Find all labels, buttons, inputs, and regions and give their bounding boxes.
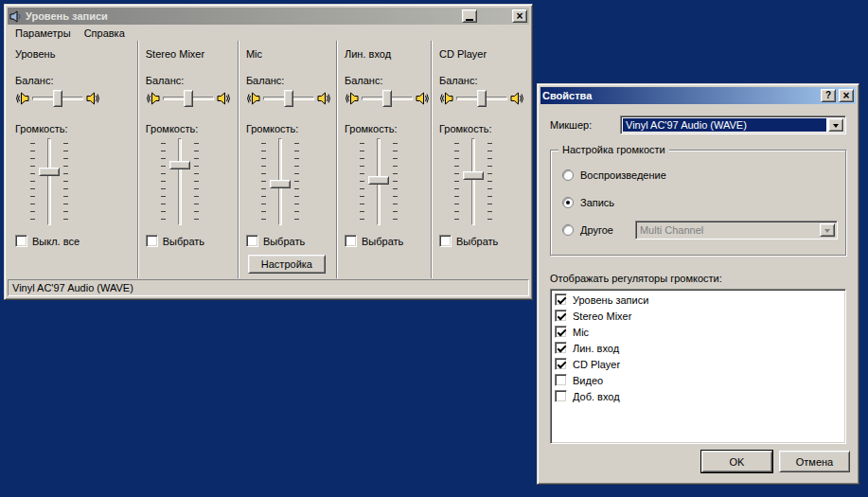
select-checkbox-row[interactable]: Выбрать	[439, 235, 524, 247]
checkbox-label: Выкл. все	[32, 236, 80, 247]
other-combobox: Multi Channel	[635, 221, 838, 240]
checkbox[interactable]	[146, 235, 158, 247]
desktop: { "colors": { "desktop_bg": "#0A2A6A", "…	[0, 0, 868, 497]
list-item-label: Mic	[573, 327, 589, 338]
mute-all-checkbox-row[interactable]: Выкл. все	[15, 235, 133, 247]
settings-button[interactable]: Настройка	[248, 255, 326, 274]
balance-slider[interactable]	[362, 90, 413, 107]
balance-slider-thumb[interactable]	[382, 90, 392, 107]
channel-mic: Mic Баланс: Громкость: Выбрать	[239, 41, 337, 278]
radio-button[interactable]	[562, 169, 574, 181]
speaker-left-icon	[246, 92, 260, 105]
ok-button[interactable]: OK	[701, 451, 772, 472]
checkbox[interactable]	[555, 342, 567, 354]
radio-label: Запись	[580, 197, 614, 208]
tick-marks	[63, 143, 68, 222]
volume-slider-thumb[interactable]	[39, 168, 60, 176]
tick-marks	[393, 143, 398, 222]
volume-slider-thumb[interactable]	[270, 180, 291, 188]
volume-slider-track	[47, 138, 51, 225]
close-button[interactable]: ×	[839, 89, 854, 102]
checkbox[interactable]	[345, 235, 357, 247]
balance-label: Баланс:	[345, 75, 426, 86]
status-bar: Vinyl AC'97 Audio (WAVE)	[8, 279, 529, 296]
volume-slider-thumb[interactable]	[169, 161, 190, 169]
close-icon: ×	[842, 90, 849, 101]
volume-slider[interactable]	[28, 138, 70, 225]
help-button[interactable]: ?	[821, 89, 836, 102]
volume-slider[interactable]	[259, 138, 301, 225]
checkbox[interactable]	[439, 235, 452, 247]
tick-marks	[161, 143, 166, 222]
checkbox[interactable]	[555, 358, 567, 370]
radio-row-other[interactable]: Другое Multi Channel	[562, 222, 838, 238]
radio-label: Другое	[580, 224, 613, 236]
channel-title: CD Player	[439, 48, 524, 60]
other-combobox-dropdown-button	[820, 223, 835, 237]
select-checkbox-row[interactable]: Выбрать	[146, 235, 233, 247]
checkbox[interactable]	[555, 310, 567, 322]
checkbox[interactable]	[555, 390, 567, 402]
checkbox[interactable]	[246, 235, 258, 247]
balance-slider[interactable]	[456, 90, 507, 107]
minimize-button[interactable]	[462, 9, 477, 23]
radio-button[interactable]	[562, 224, 574, 236]
volume-slider-thumb[interactable]	[463, 171, 484, 180]
volume-slider[interactable]	[159, 138, 201, 225]
volume-label: Громкость:	[345, 123, 426, 134]
mixer-combobox-dropdown-button[interactable]	[828, 118, 843, 132]
checkbox[interactable]	[555, 374, 567, 386]
checkbox[interactable]	[555, 293, 567, 306]
channel-line-in: Лин. вход Баланс: Громкость: Выбрать	[337, 41, 432, 278]
balance-slider-thumb[interactable]	[53, 90, 62, 107]
list-item[interactable]: Доб. вход	[553, 388, 843, 404]
volume-controls-listbox[interactable]: Уровень записи Stereo Mixer Mic Лин. вхо…	[550, 289, 846, 444]
select-checkbox-row[interactable]: Выбрать	[345, 235, 426, 247]
list-item[interactable]: Лин. вход	[553, 340, 843, 356]
balance-slider-thumb[interactable]	[184, 90, 193, 107]
mixer-label: Микшер:	[550, 119, 620, 131]
select-checkbox-row[interactable]: Выбрать	[246, 235, 331, 247]
checkbox[interactable]	[15, 235, 27, 247]
menu-options[interactable]: Параметры	[9, 26, 78, 41]
list-item[interactable]: CD Player	[553, 356, 843, 372]
balance-label: Баланс:	[439, 75, 524, 86]
list-item[interactable]: Stereo Mixer	[553, 308, 843, 324]
volume-slider[interactable]	[358, 138, 399, 225]
volume-label: Громкость:	[15, 123, 133, 134]
balance-slider[interactable]	[163, 90, 214, 107]
volume-label: Громкость:	[439, 123, 524, 134]
balance-slider[interactable]	[263, 90, 314, 107]
list-item[interactable]: Уровень записи	[553, 292, 843, 308]
cancel-button[interactable]: Отмена	[779, 451, 850, 472]
close-button[interactable]: ×	[512, 9, 527, 23]
balance-slider-thumb[interactable]	[284, 90, 293, 107]
speaker-right-icon	[317, 92, 331, 105]
checkbox[interactable]	[555, 326, 567, 338]
radio-row-recording[interactable]: Запись	[562, 195, 838, 210]
titlebar[interactable]: Свойства ? ×	[540, 87, 856, 104]
checkbox-label: Выбрать	[456, 236, 498, 247]
list-item-label: Доб. вход	[573, 391, 620, 402]
menu-help[interactable]: Справка	[78, 26, 132, 41]
radio-row-playback[interactable]: Воспроизведение	[562, 168, 838, 183]
list-item[interactable]: Видео	[553, 372, 843, 388]
radio-button[interactable]	[562, 197, 574, 208]
balance-label: Баланс:	[146, 75, 233, 86]
speaker-left-icon	[345, 92, 359, 105]
list-item-label: Уровень записи	[573, 294, 648, 306]
speaker-left-icon	[439, 92, 453, 105]
speaker-left-icon	[15, 92, 29, 105]
volume-slider[interactable]	[452, 138, 494, 225]
list-label: Отображать регуляторы громкости:	[550, 273, 846, 284]
balance-label: Баланс:	[246, 75, 331, 86]
balance-slider[interactable]	[32, 90, 83, 107]
mixer-combobox[interactable]: Vinyl AC'97 Audio (WAVE)	[620, 115, 846, 134]
list-item[interactable]: Mic	[553, 324, 843, 340]
titlebar[interactable]: Уровень записи ×	[8, 8, 529, 25]
balance-slider-thumb[interactable]	[477, 90, 487, 107]
volume-label: Громкость:	[146, 123, 233, 134]
balance-row	[246, 89, 331, 108]
volume-slider-thumb[interactable]	[368, 176, 389, 185]
channel-title: Лин. вход	[345, 48, 426, 60]
